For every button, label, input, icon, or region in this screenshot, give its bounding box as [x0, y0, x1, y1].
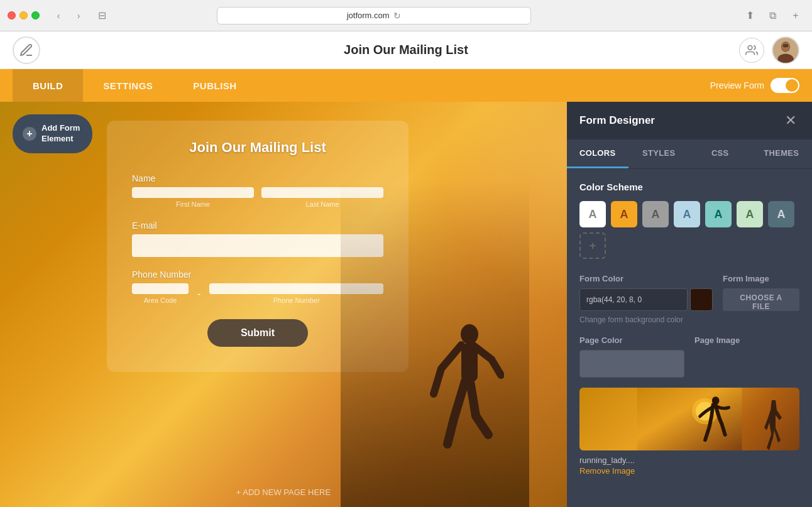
page-image-preview [579, 388, 799, 450]
form-designer-panel: Form Designer ✕ COLORS STYLES CSS THEMES… [567, 102, 812, 507]
reload-button[interactable]: ↻ [393, 11, 401, 21]
preview-toggle[interactable] [771, 78, 799, 93]
email-input[interactable] [132, 234, 383, 257]
sidebar-toggle-button[interactable]: ⊟ [95, 9, 109, 23]
traffic-light-green[interactable] [31, 11, 40, 19]
panel-header: Form Designer ✕ [567, 102, 812, 139]
tab-colors[interactable]: COLORS [567, 139, 628, 168]
swatch-light-green[interactable]: A [737, 201, 763, 227]
panel-title: Form Designer [579, 114, 655, 127]
tab-publish[interactable]: PUBLISH [173, 69, 256, 102]
traffic-light-yellow[interactable] [19, 11, 28, 19]
email-label: E-mail [132, 221, 383, 231]
form-color-row: Form Color Change form background color … [579, 274, 799, 325]
svg-rect-7 [461, 344, 478, 381]
phone-separator: - [196, 283, 202, 300]
form-canvas: + Add FormElement Join Our Mailing List … [0, 102, 567, 507]
area-code-sublabel: Area Code [132, 297, 189, 304]
add-icon: + [23, 127, 36, 141]
choose-file-button[interactable]: CHOOSE A FILE [723, 288, 799, 311]
new-tab-button[interactable]: ⧉ [764, 7, 782, 25]
phone-field: Phone Number Area Code - Phone Number [132, 270, 383, 304]
last-name-col: Last Name [261, 187, 383, 208]
form-color-input-row [579, 288, 713, 311]
email-field: E-mail [132, 221, 383, 257]
app-title: Join Our Mailing List [344, 43, 468, 57]
preview-label: Preview Form [710, 80, 764, 90]
panel-tabs: COLORS STYLES CSS THEMES [567, 139, 812, 169]
close-icon: ✕ [785, 114, 796, 128]
swatch-dark-gray[interactable]: A [768, 201, 794, 227]
area-code-input[interactable] [132, 283, 189, 294]
page-image-label: Page Image [694, 335, 799, 345]
back-button[interactable]: ‹ [50, 9, 67, 23]
phone-number-col: Phone Number [209, 283, 383, 304]
svg-point-0 [748, 45, 752, 50]
page-section: Page Color Page Image [579, 335, 799, 476]
swatch-light-blue[interactable]: A [674, 201, 700, 227]
traffic-light-red[interactable] [8, 11, 16, 19]
last-name-sublabel: Last Name [261, 200, 383, 208]
tab-build[interactable]: BUILD [13, 69, 83, 102]
users-icon [745, 44, 758, 57]
address-bar[interactable]: jotform.com ↻ [217, 7, 531, 25]
form-card: Join Our Mailing List Name First Name La… [107, 121, 409, 372]
first-name-col: First Name [132, 187, 254, 208]
form-color-helper: Change form background color [579, 315, 713, 325]
color-swatches: A A A A A A A + [579, 201, 799, 259]
last-name-input[interactable] [261, 187, 383, 198]
swatch-white[interactable]: A [579, 201, 606, 227]
share-button[interactable]: ⬆ [742, 7, 759, 25]
form-color-swatch[interactable] [690, 288, 713, 311]
users-button[interactable] [739, 38, 764, 63]
phone-number-sublabel: Phone Number [209, 297, 383, 304]
svg-point-6 [461, 324, 478, 344]
avatar[interactable] [772, 36, 799, 64]
canvas-background: + Add FormElement Join Our Mailing List … [0, 102, 567, 507]
nav-bar: BUILD SETTINGS PUBLISH Preview Form [0, 69, 812, 102]
url-text: jotform.com [347, 11, 390, 20]
submit-button[interactable]: Submit [207, 319, 308, 347]
first-name-input[interactable] [132, 187, 254, 198]
form-image-label: Form Image [723, 274, 799, 283]
page-row: Page Color Page Image [579, 335, 799, 378]
traffic-lights [8, 11, 40, 19]
swatch-teal[interactable]: A [705, 201, 732, 227]
form-color-group: Form Color Change form background color [579, 274, 713, 325]
page-color-label: Page Color [579, 335, 684, 345]
main-area: + Add FormElement Join Our Mailing List … [0, 102, 812, 507]
area-code-col: Area Code [132, 283, 189, 304]
phone-row: Area Code - Phone Number [132, 283, 383, 304]
nav-buttons: ‹ › [50, 9, 87, 23]
tab-styles[interactable]: STYLES [628, 139, 690, 168]
form-color-input[interactable] [579, 288, 688, 311]
tab-settings[interactable]: SETTINGS [83, 69, 173, 102]
phone-number-input[interactable] [209, 283, 383, 294]
first-name-sublabel: First Name [132, 200, 254, 208]
phone-label: Phone Number [132, 270, 383, 280]
form-color-label: Form Color [579, 274, 713, 283]
panel-close-button[interactable]: ✕ [782, 112, 799, 129]
app-header: Join Our Mailing List [0, 31, 812, 69]
svg-point-5 [782, 44, 788, 47]
add-element-label: Add FormElement [41, 123, 80, 144]
name-row: First Name Last Name [132, 187, 383, 208]
svg-rect-8 [637, 388, 742, 450]
tab-css[interactable]: CSS [689, 139, 751, 168]
avatar-image [773, 36, 798, 64]
browser-actions: ⬆ ⧉ + [742, 7, 804, 25]
swatch-custom[interactable]: + [579, 232, 606, 259]
page-color-display[interactable] [579, 350, 684, 378]
swatch-orange[interactable]: A [611, 201, 637, 227]
image-filename: running_lady.... [579, 455, 799, 465]
page-color-group: Page Color [579, 335, 684, 378]
pencil-icon [19, 43, 34, 58]
forward-button[interactable]: › [70, 9, 87, 23]
add-tab-button[interactable]: + [787, 7, 804, 25]
add-form-element-button[interactable]: + Add FormElement [13, 114, 92, 153]
tab-themes[interactable]: THEMES [751, 139, 813, 168]
page-image-group: Page Image [694, 335, 799, 378]
add-page-link[interactable]: + ADD NEW PAGE HERE [236, 488, 331, 497]
remove-image-button[interactable]: Remove Image [579, 466, 635, 476]
swatch-gray[interactable]: A [642, 201, 669, 227]
